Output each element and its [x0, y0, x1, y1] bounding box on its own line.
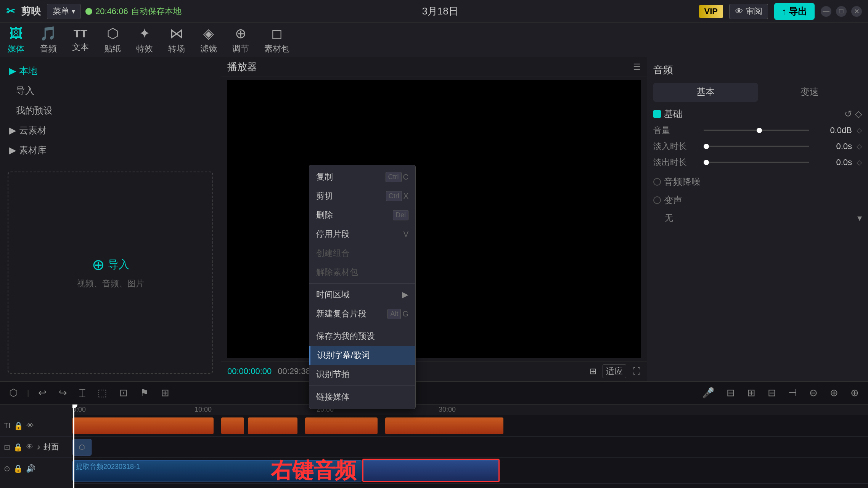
vip-badge[interactable]: VIP [699, 5, 723, 18]
player-grid-icon[interactable]: ⊞ [590, 366, 596, 376]
player-fullscreen-icon[interactable]: ⛶ [632, 366, 641, 376]
tl-subtitle-clip-5[interactable] [385, 417, 503, 434]
fadeout-value: 0.0s [814, 157, 852, 167]
tl-cover-track: ⬡ [72, 437, 868, 458]
player-screen[interactable] [227, 80, 641, 358]
ctx-copy[interactable]: 复制 Ctrl C [309, 167, 415, 186]
nav-local[interactable]: ▶ 本地 [5, 62, 216, 80]
tl-cover-eye-icon[interactable]: 👁 [26, 443, 34, 451]
tl-more-tool[interactable]: ⊡ [116, 385, 131, 400]
review-button[interactable]: 👁 审阅 [729, 4, 768, 19]
nav-local-chevron-icon: ▶ [9, 66, 16, 76]
toolbar: 🖼 媒体 🎵 音频 TT 文本 ⬡ 贴纸 ✦ 特效 ⋈ 转场 ◈ 滤镜 ⊕ 调节… [0, 23, 868, 57]
menu-button[interactable]: 菜单 ▾ [47, 4, 81, 19]
minimize-button[interactable]: — [821, 6, 831, 17]
nav-mypresets[interactable]: 我的预设 [5, 101, 216, 120]
sticker-icon: ⬡ [107, 26, 119, 42]
tl-delete-tool[interactable]: ⬚ [95, 385, 110, 400]
fadeout-keyframe-icon[interactable]: ◇ [857, 158, 862, 167]
tl-magnetic-icon[interactable]: ⊞ [744, 385, 759, 400]
tl-undo-button[interactable]: ↩ [35, 385, 50, 400]
ctx-cut[interactable]: 剪切 Ctrl X [309, 186, 415, 205]
tl-ruler: 0:00 10:00 20:00 30:00 [72, 405, 868, 415]
tl-subtitle-icon: TI [4, 421, 11, 430]
tl-center-icon[interactable]: ⊣ [785, 385, 800, 400]
fadein-keyframe-icon[interactable]: ◇ [857, 142, 862, 151]
volume-keyframe-icon[interactable]: ◇ [857, 126, 862, 135]
ctx-freeze[interactable]: 停用片段 V [309, 225, 415, 244]
tl-playhead[interactable] [73, 405, 74, 488]
fadeout-row: 淡出时长 0.0s ◇ [653, 157, 862, 168]
toolbar-text[interactable]: TT 文本 [72, 27, 89, 53]
tl-link-icon[interactable]: ⊟ [723, 385, 738, 400]
tl-redo-button[interactable]: ↪ [56, 385, 70, 400]
ctx-new-compound[interactable]: 新建复合片段 Alt G [309, 304, 415, 323]
nav-cloud[interactable]: ▶ 云素材 [5, 121, 216, 140]
toolbar-adjust[interactable]: ⊕ 调节 [232, 26, 249, 55]
ctx-recognize-subtitle[interactable]: 识别字幕/歌词 [309, 346, 415, 365]
toolbar-assets[interactable]: ◻ 素材包 [264, 26, 289, 55]
fadein-slider[interactable] [704, 146, 809, 147]
toolbar-sticker[interactable]: ⬡ 贴纸 [104, 26, 121, 55]
tl-audio-vol-icon[interactable]: 🔊 [26, 464, 35, 473]
tab-speed[interactable]: 变速 [758, 83, 862, 102]
toolbar-media[interactable]: 🖼 媒体 [8, 26, 24, 55]
tl-plus-zoom[interactable]: ⊕ [827, 385, 841, 400]
nav-library[interactable]: ▶ 素材库 [5, 141, 216, 159]
tl-mic-icon[interactable]: 🎤 [699, 385, 717, 400]
nav-library-chevron-icon: ▶ [9, 145, 16, 156]
tl-subtitle-clip-2[interactable] [221, 417, 244, 434]
maximize-button[interactable]: □ [836, 6, 847, 17]
import-area[interactable]: ⊕ 导入 视频、音频、图片 [8, 172, 213, 374]
tl-flag-tool[interactable]: ⚑ [137, 385, 152, 400]
tl-cover-lock-icon[interactable]: 🔒 [13, 443, 23, 452]
volume-slider[interactable] [704, 130, 809, 131]
ctx-recognize-beats[interactable]: 识别节拍 [309, 365, 415, 384]
effect-icon: ✦ [139, 26, 150, 42]
noise-toggle-row: 音频降噪 [653, 176, 862, 188]
close-button[interactable]: ✕ [851, 6, 862, 17]
ctx-time-region[interactable]: 时间区域 ▶ [309, 285, 415, 304]
tl-add-track-icon[interactable]: ⊕ [847, 385, 862, 400]
ctx-delete[interactable]: 删除 Del [309, 205, 415, 225]
noise-toggle[interactable] [653, 178, 661, 186]
tl-audio-clip-2[interactable] [362, 460, 500, 482]
nav-cloud-chevron-icon: ▶ [9, 125, 16, 136]
player-menu-icon[interactable]: ☰ [633, 62, 641, 72]
export-button[interactable]: ↑ 导出 [774, 3, 815, 20]
fadeout-label: 淡出时长 [653, 157, 699, 168]
voice-toggle[interactable] [653, 196, 661, 204]
tl-subtitle-eye-icon[interactable]: 👁 [26, 421, 34, 430]
tl-subtitle-clip-3[interactable] [248, 417, 297, 434]
tl-audio-lock-icon[interactable]: 🔒 [13, 464, 23, 473]
ctx-save-preset[interactable]: 保存为我的预设 [309, 327, 415, 346]
tl-subtitle-clip-4[interactable] [305, 417, 378, 434]
keyframe-icon[interactable]: ◇ [855, 109, 862, 119]
toolbar-effect[interactable]: ✦ 特效 [136, 26, 153, 55]
reset-icon[interactable]: ↺ [844, 109, 852, 119]
tl-extra-tool[interactable]: ⊞ [158, 385, 172, 400]
tl-cover-clip[interactable]: ⬡ [72, 439, 92, 456]
tl-audio-sync-icon[interactable]: ⊙ [4, 464, 10, 473]
tl-cursor-tool[interactable]: ⬡ [6, 385, 21, 400]
status-indicator [85, 8, 92, 15]
tl-cover-audio-icon[interactable]: ♪ [37, 443, 40, 451]
tl-subtitle-clip-1[interactable] [72, 417, 214, 434]
transition-icon: ⋈ [170, 26, 183, 42]
nav-import[interactable]: 导入 [5, 82, 216, 100]
ctx-link-media[interactable]: 链接媒体 [309, 387, 415, 406]
basic-checkbox[interactable] [653, 110, 661, 118]
tl-audio-clip[interactable]: 提取音频20230318-1 [72, 460, 362, 482]
tl-chain-icon[interactable]: ⊟ [765, 385, 779, 400]
player-fit-button[interactable]: 适应 [603, 364, 626, 378]
tl-subtitle-lock-icon[interactable]: 🔒 [14, 421, 23, 430]
toolbar-audio[interactable]: 🎵 音频 [40, 26, 57, 55]
toolbar-transition[interactable]: ⋈ 转场 [168, 26, 185, 55]
fadeout-slider[interactable] [704, 162, 809, 163]
voice-chevron-icon[interactable]: ▾ [857, 213, 862, 223]
import-button[interactable]: ⊕ 导入 [92, 256, 129, 273]
tl-split-tool[interactable]: ⌶ [76, 385, 88, 400]
toolbar-filter[interactable]: ◈ 滤镜 [200, 26, 217, 55]
tl-minus-zoom[interactable]: ⊖ [806, 385, 821, 400]
tab-basic[interactable]: 基本 [653, 83, 758, 102]
